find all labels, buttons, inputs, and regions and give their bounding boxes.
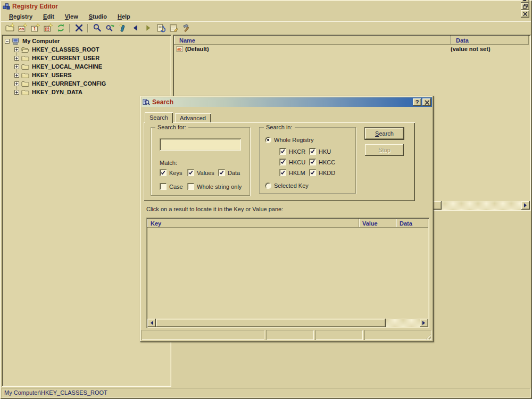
checkbox-hklm[interactable]: HKLM [279,169,305,176]
new-binary-value-button[interactable]: 011110 [41,23,54,34]
checkbox-box[interactable] [218,169,225,176]
refresh-icon [56,23,65,32]
string-value-icon: ab [176,46,184,52]
resize-grip[interactable] [425,333,431,339]
checkbox-case[interactable]: Case [160,183,183,190]
expand-toggle[interactable] [14,73,19,78]
checkbox-box[interactable] [279,148,286,155]
checkbox-box[interactable] [187,169,194,176]
radio-selected-key[interactable]: Selected Key [265,182,309,189]
checkbox-hkdd[interactable]: HKDD [309,169,335,176]
checkbox-keys[interactable]: Keys [160,169,182,176]
checkbox-box[interactable] [309,159,316,165]
checkbox-hku[interactable]: HKU [309,148,331,155]
results-horizontal-scrollbar[interactable] [147,319,428,327]
find-button[interactable] [90,23,103,34]
search-button[interactable]: Search [365,128,404,139]
column-header-data[interactable]: Data [451,36,529,45]
menu-registry[interactable]: Registry [4,12,38,21]
tree-item-label: HKEY_CURRENT_CONFIG [32,80,106,87]
checkbox-whole-string-only[interactable]: Whole string only [187,183,242,190]
checkbox-box[interactable] [309,169,316,176]
radio-circle[interactable] [265,182,271,189]
search-in-group: Search in: Whole RegistrySelected Key HK… [259,127,356,194]
radio-circle[interactable] [265,137,271,143]
new-dword-value-button[interactable]: 1 [29,23,41,34]
scroll-right-button[interactable] [420,319,428,327]
checkbox-box[interactable] [279,169,286,176]
results-column-key[interactable]: Key [147,219,359,228]
new-string-value-button[interactable]: ab [16,23,29,34]
checkbox-hkcc[interactable]: HKCC [309,159,335,165]
tree-item-hkey-classes-root[interactable]: HKEY_CLASSES_ROOT [2,45,171,54]
expand-toggle[interactable] [14,47,19,52]
checkbox-label: HKDD [319,170,335,176]
new-key-button[interactable] [3,23,16,34]
export-icon [156,23,165,32]
tree-item-hkey-local-machine[interactable]: HKEY_LOCAL_MACHINE [2,62,171,71]
back-icon [131,23,140,32]
refresh-button[interactable] [54,23,67,34]
column-header-name[interactable]: Name [174,36,451,45]
checkbox-box[interactable] [187,183,194,190]
tree-item-label: HKEY_USERS [32,72,72,78]
scroll-right-button[interactable] [521,201,530,210]
expand-toggle[interactable] [14,81,19,86]
dialog-help-button[interactable]: ? [413,98,421,106]
value-row[interactable]: ab(Default)(value not set) [174,45,530,53]
forward-button[interactable] [142,23,154,34]
checkbox-data[interactable]: Data [218,169,240,176]
restore-button[interactable] [521,3,529,10]
tree-item-hkey-dyn-data[interactable]: HKEY_DYN_DATA [2,88,171,96]
tab-search[interactable]: Search [145,112,173,123]
menu-separator-line [1,21,531,22]
dialog-close-button[interactable] [422,98,431,106]
find-icon [93,23,102,32]
menu-studio[interactable]: Studio [84,12,112,21]
tools-button[interactable] [180,23,193,34]
minimize-icon [522,0,529,2]
tree-item-my computer[interactable]: My Computer [2,37,171,45]
checkbox-hkcr[interactable]: HKCR [279,148,305,155]
tree-item-hkey-current-config[interactable]: HKEY_CURRENT_CONFIG [2,79,171,88]
results-column-data[interactable]: Data [396,219,428,228]
search-for-input[interactable] [160,138,241,151]
checkbox-label: Keys [169,170,182,176]
menu-view[interactable]: View [60,12,84,21]
scrollbar-thumb[interactable] [156,319,386,327]
menu-edit[interactable]: Edit [38,12,60,21]
radio-whole-registry[interactable]: Whole Registry [265,137,314,143]
collapse-toggle[interactable] [5,39,10,44]
tree-item-hkey-current-user[interactable]: HKEY_CURRENT_USER [2,54,171,62]
status-panel-2 [266,330,314,340]
checkbox-box[interactable] [279,159,286,165]
checkbox-hkcu[interactable]: HKCU [279,159,305,165]
scroll-left-button[interactable] [147,319,156,327]
tree-item-hkey-users[interactable]: HKEY_USERS [2,71,171,79]
expand-toggle[interactable] [14,56,19,61]
results-list[interactable]: KeyValueData [146,218,429,328]
tab-advanced[interactable]: Advanced [175,113,211,122]
checkbox-label: Case [169,184,183,190]
edit-note-button[interactable] [167,23,180,34]
goto-button[interactable] [116,23,129,34]
delete-button[interactable] [72,23,85,34]
back-button[interactable] [129,23,142,34]
expand-toggle[interactable] [14,90,19,95]
edit-icon [169,23,178,32]
minimize-button[interactable] [521,0,529,3]
search-dialog-titlebar: Search ? [142,97,432,107]
menu-help[interactable]: Help [112,12,136,21]
checkbox-box[interactable] [309,148,316,155]
new-string-icon: ab [18,23,27,32]
checkbox-box[interactable] [160,183,167,190]
export-button[interactable] [154,23,167,34]
value-list-header: NameData [174,36,530,45]
checkbox-box[interactable] [160,169,167,176]
find-next-button[interactable] [103,23,116,34]
folder-icon [21,63,30,71]
checkbox-values[interactable]: Values [187,169,214,176]
expand-toggle[interactable] [14,64,19,69]
search-dialog-title: Search [152,98,412,106]
results-column-value[interactable]: Value [359,219,396,228]
